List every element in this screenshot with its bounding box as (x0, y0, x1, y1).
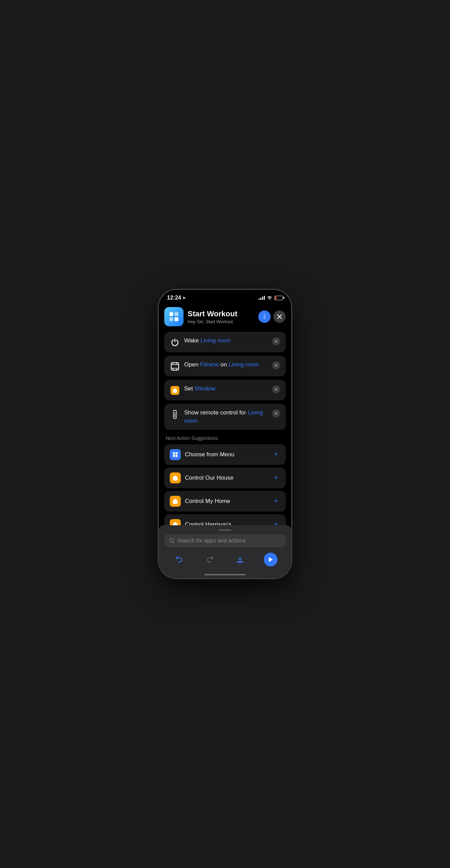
home-indicator (204, 574, 246, 575)
set-remove-button[interactable] (272, 385, 280, 394)
shortcut-title-area: Start Workout Hey Siri, Start Workout (188, 309, 254, 324)
suggestions-label: Next Action Suggestions (166, 435, 286, 441)
choose-menu-icon (170, 449, 181, 460)
set-target-link[interactable]: Window (194, 385, 215, 392)
search-bar[interactable]: Search for apps and actions (164, 534, 286, 547)
control-my-home-label: Control My Home (185, 498, 268, 505)
toolbar-actions (164, 551, 286, 568)
signal-bar-3 (262, 297, 263, 300)
control-our-house-label: Control Our House (185, 474, 268, 481)
redo-button[interactable] (203, 553, 217, 566)
drag-handle (219, 529, 231, 531)
battery-fill (275, 296, 276, 300)
svg-rect-23 (176, 452, 178, 454)
notch (203, 290, 247, 302)
signal-bar-2 (260, 298, 261, 300)
choose-menu-add-button[interactable]: + (272, 450, 280, 459)
action-remote[interactable]: Show remote control for Living room (164, 404, 286, 430)
time-display: 12:24 (167, 295, 181, 301)
action-set[interactable]: Set Window (164, 380, 286, 400)
home-set-icon (170, 385, 180, 396)
open-app-link[interactable]: Fitness (200, 361, 219, 368)
signal-bar-1 (259, 298, 260, 300)
control-our-house-add-button[interactable]: + (272, 474, 280, 482)
set-action-text: Set Window (184, 385, 268, 393)
remote-icon (170, 409, 180, 420)
suggestion-control-our-house[interactable]: Control Our House + (164, 468, 286, 488)
shortcut-header: Start Workout Hey Siri, Start Workout (164, 303, 286, 332)
wake-remove-button[interactable] (272, 337, 280, 345)
open-device-link[interactable]: Living room (228, 361, 259, 368)
svg-rect-22 (173, 452, 175, 454)
phone-frame: 12:24 ➤ (158, 289, 292, 579)
shortcut-name: Start Workout (188, 309, 254, 318)
svg-rect-24 (173, 455, 175, 457)
open-remove-button[interactable] (272, 361, 280, 370)
svg-rect-25 (176, 455, 178, 457)
bottom-sheet: Search for apps and actions (159, 525, 291, 578)
search-icon (169, 538, 175, 543)
action-open[interactable]: Open Fitness on Living room (164, 356, 286, 376)
svg-point-18 (174, 412, 175, 413)
remote-action-text: Show remote control for Living room (184, 409, 268, 425)
svg-rect-1 (175, 312, 178, 316)
undo-button[interactable] (173, 553, 186, 566)
film-icon (170, 361, 180, 372)
wake-target-link[interactable]: Living room (201, 337, 231, 344)
svg-line-27 (173, 542, 174, 543)
open-action-text: Open Fitness on Living room (184, 361, 268, 369)
phone-inner: 12:24 ➤ (159, 290, 291, 578)
remote-remove-button[interactable] (272, 409, 280, 418)
status-right (259, 295, 283, 301)
svg-rect-2 (169, 317, 173, 321)
header-buttons (258, 310, 286, 323)
svg-marker-29 (269, 557, 273, 562)
control-our-house-icon (170, 472, 181, 483)
svg-rect-0 (169, 312, 173, 316)
remote-target-link[interactable]: Living room (184, 409, 263, 424)
settings-button[interactable] (258, 310, 271, 323)
power-icon (170, 337, 180, 348)
play-button[interactable] (264, 553, 277, 566)
control-my-home-icon (170, 496, 181, 507)
choose-menu-label: Choose from Menu (185, 451, 268, 458)
location-icon: ➤ (182, 296, 186, 300)
shortcut-app-icon (164, 307, 183, 326)
battery-icon (274, 296, 283, 300)
control-my-home-add-button[interactable]: + (272, 497, 280, 505)
svg-rect-10 (171, 363, 179, 370)
action-wake[interactable]: Wake Living room (164, 332, 286, 352)
wake-action-text: Wake Living room (184, 337, 268, 345)
status-time: 12:24 ➤ (167, 295, 186, 301)
signal-bars (259, 296, 265, 300)
wifi-icon (267, 295, 272, 301)
shortcut-siri-phrase: Hey Siri, Start Workout (188, 319, 254, 324)
suggestion-control-my-home[interactable]: Control My Home + (164, 491, 286, 512)
close-button[interactable] (273, 310, 286, 323)
suggestion-choose-menu[interactable]: Choose from Menu + (164, 444, 286, 465)
svg-rect-3 (175, 317, 178, 321)
search-placeholder-text: Search for apps and actions (177, 538, 246, 544)
signal-bar-4 (264, 296, 265, 300)
share-button[interactable] (233, 553, 247, 566)
